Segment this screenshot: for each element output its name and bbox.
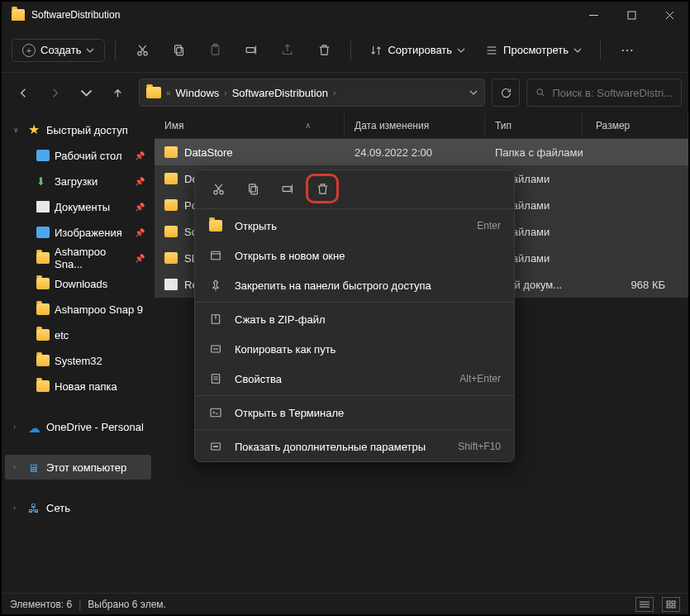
rename-button[interactable] — [235, 36, 268, 65]
close-button[interactable] — [650, 2, 688, 28]
documents-icon — [36, 201, 50, 212]
folder-icon — [164, 252, 178, 264]
terminal-icon — [208, 406, 223, 419]
sort-icon — [369, 44, 383, 57]
delete-button[interactable] — [307, 36, 340, 65]
sidebar-item-dl[interactable]: Downloads — [5, 271, 151, 296]
zip-icon — [208, 313, 223, 326]
up-button[interactable] — [102, 79, 132, 106]
more-icon — [208, 440, 223, 453]
recent-button[interactable] — [71, 79, 101, 106]
svg-rect-41 — [212, 375, 219, 384]
ctx-more-options[interactable]: Показать дополнительные параметрыShift+F… — [195, 432, 514, 461]
view-details-button[interactable] — [635, 597, 654, 612]
copy-button[interactable] — [162, 36, 195, 65]
column-date[interactable]: Дата изменения — [345, 112, 485, 138]
folder-icon — [208, 220, 223, 232]
sidebar-item-downloads[interactable]: ⬇Загрузки📌 — [5, 169, 151, 193]
folder-icon — [146, 87, 161, 98]
folder-icon — [36, 355, 50, 366]
sort-button[interactable]: Сортировать — [361, 36, 473, 65]
chevron-down-icon — [573, 46, 582, 55]
forward-button[interactable] — [40, 79, 69, 106]
column-name[interactable]: Имя∧ — [155, 112, 345, 138]
svg-point-49 — [217, 446, 217, 446]
sidebar-item-desktop[interactable]: Рабочий стол📌 — [5, 143, 151, 168]
column-type[interactable]: Тип — [485, 112, 583, 138]
ctx-zip[interactable]: Сжать в ZIP-файл — [195, 304, 514, 334]
sidebar-item-pictures[interactable]: Изображения📌 — [5, 220, 151, 245]
chevron-right-icon: « — [166, 88, 171, 98]
star-icon: ★ — [28, 124, 41, 136]
downloads-icon: ⬇ — [36, 175, 50, 187]
svg-rect-30 — [250, 186, 257, 193]
new-button-label: Создать — [40, 44, 81, 56]
sidebar: ∨★Быстрый доступ Рабочий стол📌 ⬇Загрузки… — [2, 112, 155, 593]
cut-button[interactable] — [126, 36, 159, 65]
sort-asc-icon: ∧ — [305, 121, 311, 130]
search-placeholder: Поиск в: SoftwareDistri... — [552, 87, 673, 99]
sidebar-item-ashampoo[interactable]: Ashampoo Sna...📌 — [5, 246, 151, 270]
breadcrumb-seg[interactable]: Windows — [176, 87, 220, 99]
sidebar-item-ash9[interactable]: Ashampoo Snap 9 — [5, 297, 151, 322]
minimize-button[interactable] — [574, 2, 612, 28]
sort-label: Сортировать — [388, 44, 452, 56]
breadcrumb-seg[interactable]: SoftwareDistribution — [232, 87, 328, 99]
sidebar-item-sys32[interactable]: System32 — [5, 348, 151, 373]
sidebar-item-etc[interactable]: etc — [5, 322, 151, 347]
address-bar[interactable]: « Windows › SoftwareDistribution › — [139, 79, 485, 107]
svg-rect-32 — [283, 186, 291, 191]
svg-point-27 — [219, 190, 222, 193]
ctx-properties[interactable]: СвойстваAlt+Enter — [195, 364, 514, 394]
back-button[interactable] — [8, 79, 38, 106]
sidebar-item-network[interactable]: ›🖧Сеть — [5, 495, 151, 520]
refresh-button[interactable] — [492, 79, 520, 107]
sidebar-item-onedrive[interactable]: ›☁OneDrive - Personal — [5, 414, 151, 439]
paste-button[interactable] — [198, 36, 231, 65]
properties-icon — [208, 372, 223, 385]
search-input[interactable]: Поиск в: SoftwareDistri... — [526, 79, 682, 107]
svg-line-18 — [542, 93, 545, 96]
sidebar-item-documents[interactable]: Документы📌 — [5, 194, 151, 219]
svg-point-26 — [213, 190, 217, 193]
svg-point-47 — [213, 446, 214, 446]
view-large-button[interactable] — [662, 597, 680, 612]
cloud-icon: ☁ — [28, 421, 41, 432]
column-size[interactable]: Размер — [583, 112, 688, 138]
ctx-new-window[interactable]: Открыть в новом окне — [195, 241, 514, 270]
pin-icon: 📌 — [135, 254, 145, 263]
ctx-open[interactable]: ОткрытьEnter — [195, 211, 514, 241]
pin-icon: 📌 — [135, 177, 145, 186]
sidebar-item-thispc[interactable]: ›🖥Этот компьютер — [5, 455, 151, 480]
context-toolbar — [195, 170, 514, 207]
status-count: Элементов: 6 — [10, 599, 72, 610]
ctx-copy-button[interactable] — [236, 174, 269, 203]
ctx-copy-path[interactable]: Копировать как путь — [195, 334, 514, 364]
svg-rect-44 — [211, 408, 221, 416]
svg-rect-12 — [246, 48, 255, 53]
ctx-cut-button[interactable] — [202, 174, 235, 203]
maximize-button[interactable] — [612, 2, 650, 28]
share-button[interactable] — [271, 36, 304, 65]
sidebar-item-newfolder[interactable]: Новая папка — [5, 374, 151, 399]
folder-icon — [36, 278, 50, 289]
chevron-down-icon[interactable] — [469, 88, 478, 97]
sidebar-item-quick[interactable]: ∨★Быстрый доступ — [5, 117, 151, 142]
ctx-delete-button[interactable] — [306, 174, 339, 203]
more-button[interactable]: ⋯ — [611, 36, 644, 65]
ctx-terminal[interactable]: Открыть в Терминале — [195, 398, 514, 427]
svg-rect-23 — [672, 601, 675, 604]
view-button[interactable]: Просмотреть — [477, 36, 590, 65]
ctx-pin-quick[interactable]: Закрепить на панели быстрого доступа — [195, 270, 514, 300]
folder-icon — [164, 226, 178, 237]
titlebar: SoftwareDistribution — [2, 2, 688, 28]
folder-icon — [164, 173, 178, 184]
svg-rect-8 — [177, 48, 183, 55]
search-icon — [535, 87, 545, 98]
ctx-rename-button[interactable] — [271, 174, 304, 203]
new-button[interactable]: + Создать — [12, 39, 105, 62]
view-icon — [485, 44, 498, 57]
window-icon — [208, 249, 223, 262]
copy-path-icon — [208, 342, 223, 356]
table-row[interactable]: DataStore24.09.2022 2:00Папка с файлами — [155, 139, 688, 165]
